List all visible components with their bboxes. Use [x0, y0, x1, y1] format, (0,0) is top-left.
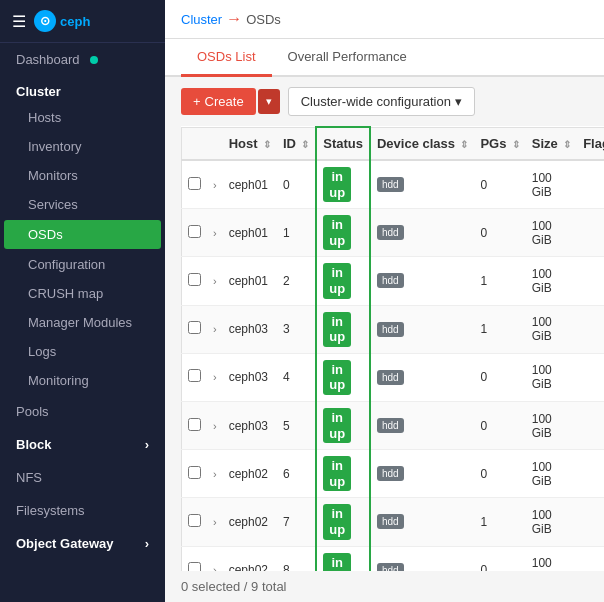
status-up: up: [329, 474, 345, 490]
row-pgs-cell: 1: [474, 498, 525, 546]
row-flags-cell: [577, 450, 604, 498]
sidebar-item-inventory[interactable]: Inventory: [0, 132, 165, 161]
device-badge: hdd: [377, 225, 404, 240]
row-expand-cell[interactable]: ›: [207, 257, 223, 305]
status-in: in: [331, 410, 343, 426]
row-checkbox[interactable]: [188, 273, 201, 286]
row-expand-cell[interactable]: ›: [207, 498, 223, 546]
tab-overall-performance[interactable]: Overall Performance: [272, 39, 423, 77]
row-checkbox[interactable]: [188, 466, 201, 479]
sidebar-item-logs[interactable]: Logs: [0, 337, 165, 366]
row-status-cell: in up: [316, 450, 370, 498]
col-id[interactable]: ID ⇕: [277, 127, 316, 160]
col-size[interactable]: Size ⇕: [526, 127, 577, 160]
sidebar-item-osds[interactable]: OSDs: [4, 220, 161, 249]
status-badge: in up: [323, 167, 351, 202]
status-up: up: [329, 522, 345, 538]
object-gateway-arrow-icon: ›: [145, 536, 149, 551]
status-badge: in up: [323, 263, 351, 298]
row-expand-cell[interactable]: ›: [207, 160, 223, 209]
create-dropdown-button[interactable]: ▾: [258, 89, 280, 114]
status-in: in: [331, 362, 343, 378]
row-status-cell: in up: [316, 353, 370, 401]
row-checkbox[interactable]: [188, 369, 201, 382]
row-host-cell: ceph03: [223, 401, 277, 449]
row-checkbox[interactable]: [188, 562, 201, 571]
sidebar-item-manager-modules[interactable]: Manager Modules: [0, 308, 165, 337]
sidebar-item-hosts[interactable]: Hosts: [0, 103, 165, 132]
main-content: Cluster → OSDs OSDs List Overall Perform…: [165, 0, 604, 602]
col-host[interactable]: Host ⇕: [223, 127, 277, 160]
col-pgs[interactable]: PGs ⇕: [474, 127, 525, 160]
status-up: up: [329, 281, 345, 297]
sidebar-item-pools[interactable]: Pools: [0, 395, 165, 428]
row-checkbox[interactable]: [188, 514, 201, 527]
table-row: › ceph03 3 in up hdd 1 100 GiB: [182, 305, 605, 353]
row-id-cell: 5: [277, 401, 316, 449]
row-checkbox[interactable]: [188, 418, 201, 431]
row-device-cell: hdd: [370, 401, 474, 449]
row-device-cell: hdd: [370, 498, 474, 546]
osds-table: Host ⇕ ID ⇕ Status Device class ⇕: [181, 126, 604, 571]
sidebar-item-object-gateway[interactable]: Object Gateway ›: [0, 527, 165, 560]
col-device-class[interactable]: Device class ⇕: [370, 127, 474, 160]
row-expand-cell[interactable]: ›: [207, 305, 223, 353]
dashboard-label: Dashboard: [16, 52, 80, 67]
osds-table-container: Host ⇕ ID ⇕ Status Device class ⇕: [165, 126, 604, 571]
create-plus-icon: +: [193, 94, 201, 109]
row-expand-cell[interactable]: ›: [207, 546, 223, 571]
row-host-cell: ceph01: [223, 209, 277, 257]
sidebar-item-dashboard[interactable]: Dashboard: [0, 43, 165, 76]
col-host-sort-icon: ⇕: [263, 139, 271, 150]
sidebar-item-crush-map[interactable]: CRUSH map: [0, 279, 165, 308]
sidebar-item-monitors[interactable]: Monitors: [0, 161, 165, 190]
services-label: Services: [28, 197, 78, 212]
status-badge: in up: [323, 456, 351, 491]
crush-map-label: CRUSH map: [28, 286, 103, 301]
ceph-logo-icon: ⊙: [34, 10, 56, 32]
row-checkbox[interactable]: [188, 321, 201, 334]
sidebar-item-filesystems[interactable]: Filesystems: [0, 494, 165, 527]
row-device-cell: hdd: [370, 209, 474, 257]
device-badge: hdd: [377, 177, 404, 192]
row-id-cell: 3: [277, 305, 316, 353]
main-content-wrapper: Cluster → OSDs OSDs List Overall Perform…: [165, 0, 604, 602]
row-pgs-cell: 1: [474, 257, 525, 305]
row-checkbox[interactable]: [188, 177, 201, 190]
col-device-class-label: Device class: [377, 136, 455, 151]
row-checkbox-cell: [182, 450, 208, 498]
row-expand-cell[interactable]: ›: [207, 209, 223, 257]
status-up: up: [329, 426, 345, 442]
row-flags-cell: [577, 257, 604, 305]
sidebar-item-configuration[interactable]: Configuration: [0, 250, 165, 279]
create-button[interactable]: + Create: [181, 88, 256, 115]
status-badge: in up: [323, 215, 351, 250]
row-pgs-cell: 0: [474, 401, 525, 449]
row-checkbox[interactable]: [188, 225, 201, 238]
hamburger-icon[interactable]: ☰: [12, 12, 26, 31]
row-checkbox-cell: [182, 353, 208, 401]
cluster-config-button[interactable]: Cluster-wide configuration ▾: [288, 87, 475, 116]
sidebar-item-nfs[interactable]: NFS: [0, 461, 165, 494]
col-size-sort-icon: ⇕: [563, 139, 571, 150]
table-header-row: Host ⇕ ID ⇕ Status Device class ⇕: [182, 127, 605, 160]
breadcrumb-cluster-link[interactable]: Cluster: [181, 12, 222, 27]
row-expand-cell[interactable]: ›: [207, 401, 223, 449]
tab-osds-list[interactable]: OSDs List: [181, 39, 272, 77]
status-in: in: [331, 169, 343, 185]
table-row: › ceph01 1 in up hdd 0 100 GiB: [182, 209, 605, 257]
col-flags[interactable]: Flags ⇕: [577, 127, 604, 160]
row-pgs-cell: 0: [474, 450, 525, 498]
sidebar-item-block[interactable]: Block ›: [0, 428, 165, 461]
col-expand: [207, 127, 223, 160]
status-in: in: [331, 458, 343, 474]
col-status[interactable]: Status: [316, 127, 370, 160]
row-size-cell: 100 GiB: [526, 160, 577, 209]
row-status-cell: in up: [316, 305, 370, 353]
row-expand-cell[interactable]: ›: [207, 450, 223, 498]
row-status-cell: in up: [316, 160, 370, 209]
row-expand-cell[interactable]: ›: [207, 353, 223, 401]
tabs-bar: OSDs List Overall Performance: [165, 39, 604, 77]
sidebar-item-monitoring[interactable]: Monitoring: [0, 366, 165, 395]
sidebar-item-services[interactable]: Services: [0, 190, 165, 219]
